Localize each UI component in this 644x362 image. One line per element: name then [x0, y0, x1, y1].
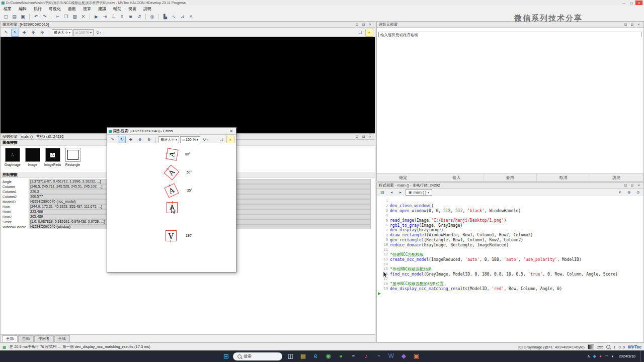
close-icon[interactable]: ✕ — [367, 23, 373, 27]
dingtalk-icon[interactable]: ◔ — [374, 350, 383, 362]
reset-icon[interactable]: ↺ — [135, 13, 143, 20]
menu-operators[interactable]: 運算 — [79, 6, 95, 12]
operator-button-4[interactable]: 說明 — [590, 174, 643, 181]
code-line-13[interactable]: 13create_ncc_model(ImageReduced, 'auto',… — [377, 257, 643, 262]
code-line-5[interactable]: 5read_image(Image,'C:/Users/henji/Deskto… — [377, 218, 643, 223]
zoom-select[interactable]: 100 % — [180, 136, 200, 143]
graphics-canvas[interactable] — [1, 37, 375, 133]
tray-expand-icon[interactable]: ∧ — [587, 354, 590, 358]
code-line-3[interactable]: 3dev_open_window(0, 0, 512, 512, 'black'… — [377, 208, 643, 213]
menu-assistants[interactable]: 輔助 — [110, 6, 125, 12]
nav-forward-icon[interactable]: ▸ — [396, 189, 405, 197]
settings-icon[interactable]: ⊙ — [634, 189, 642, 197]
taskbar-clock[interactable]: 2024/3/10 — [617, 354, 637, 358]
code-editor[interactable]: 12dev_close_window()3dev_open_window(0, … — [377, 196, 643, 342]
zoom-in-icon[interactable]: ⊕ — [29, 29, 37, 37]
iconic-var-imageredu[interactable]: AImageRedu — [44, 148, 61, 170]
variable-tab-0[interactable]: 全部 — [2, 335, 18, 342]
dock-icon[interactable]: ⊟ — [629, 23, 635, 27]
variable-tab-1[interactable]: 自動 — [18, 335, 34, 342]
close-icon[interactable]: ✕ — [636, 184, 641, 188]
float-icon[interactable]: ⊡ — [623, 23, 628, 27]
menu-visualization[interactable]: 可視化 — [45, 6, 64, 12]
operator-button-0[interactable]: 確定 — [377, 174, 430, 181]
save-icon[interactable]: ▣ — [19, 13, 27, 20]
search-icon[interactable]: ◎ — [148, 13, 156, 20]
zoom-out-icon[interactable]: ⊖ — [38, 29, 46, 37]
code-line-insert[interactable] — [377, 291, 643, 296]
minimize-button[interactable]: — — [620, 1, 627, 5]
menu-procedures[interactable]: 函數 — [64, 6, 79, 12]
code-line-4[interactable]: 4 — [377, 213, 643, 218]
profiler-icon[interactable]: ▙ — [162, 13, 169, 20]
pointer-icon[interactable]: ↖ — [11, 29, 19, 37]
compass-icon[interactable]: ↻ — [95, 29, 103, 37]
task-view-icon[interactable]: ◫ — [286, 350, 295, 362]
code-line-16[interactable]: 16find_ncc_model(GrayImage, ModelID, 0, … — [377, 272, 643, 277]
float-icon[interactable]: ⊡ — [354, 135, 360, 139]
code-line-2[interactable]: 2dev_close_window() — [377, 204, 643, 209]
code-line-7[interactable]: 7dev_display(GrayImage) — [377, 228, 643, 233]
dock-icon[interactable]: ⊟ — [361, 23, 366, 27]
nav-back-icon[interactable]: ◂ — [387, 189, 395, 197]
code-line-1[interactable]: 1 — [377, 199, 643, 204]
edge-icon[interactable]: e — [311, 350, 320, 362]
code-line-6[interactable]: 6rgb1_to_gray(Image, GrayImage) — [377, 223, 643, 228]
menu-window[interactable]: 視窗 — [125, 6, 140, 12]
iconic-var-image[interactable]: Image — [24, 148, 41, 170]
copy-icon[interactable]: ❐ — [62, 13, 70, 20]
menu-edit[interactable]: 編輯 — [15, 6, 30, 12]
show-desktop-button[interactable] — [640, 350, 642, 362]
close-icon[interactable]: ✕ — [636, 23, 641, 27]
procedure-list-icon[interactable]: ▤ — [378, 189, 386, 197]
code-line-9[interactable]: 9gen_rectangle1(Rectangle, Row1, Column1… — [377, 238, 643, 243]
start-button[interactable]: ⊞ — [223, 352, 229, 360]
qq-icon[interactable]: ◓ — [349, 350, 358, 362]
operator-button-2[interactable]: 套用 — [484, 174, 537, 181]
close-icon[interactable]: ✕ — [367, 135, 373, 139]
menu-file[interactable]: 檔案 — [0, 6, 15, 12]
code-line-10[interactable]: 10reduce_domain(GrayImage, Rectangle, Im… — [377, 242, 643, 247]
undo-icon[interactable]: ↶ — [32, 13, 40, 20]
code-line-12[interactable]: 12*创建NCC匹配模板 — [377, 252, 643, 257]
step-out-icon[interactable]: ⇧ — [118, 13, 126, 20]
float-icon[interactable]: ⊡ — [354, 23, 360, 27]
word-icon[interactable]: W — [387, 350, 395, 362]
open-file-icon[interactable]: ▤ — [11, 13, 18, 20]
tray-red-icon[interactable]: ● — [599, 354, 602, 358]
layers-icon[interactable]: ❏ — [356, 29, 364, 37]
variable-tab-3[interactable]: 全域 — [54, 335, 70, 342]
stop-icon[interactable]: ■ — [127, 13, 134, 20]
zoom-select[interactable]: 100 % — [73, 29, 94, 36]
dock-icon[interactable]: ⊟ — [629, 184, 635, 188]
menu-help[interactable]: 說明 — [140, 6, 155, 12]
network-icon[interactable]: ◠ — [605, 354, 608, 358]
iconic-var-rectangle[interactable]: Rectangle — [64, 148, 82, 170]
maximize-button[interactable]: ▢ — [628, 1, 635, 5]
step-over-icon[interactable]: ⇥ — [101, 13, 109, 20]
music-icon[interactable]: ♪ — [362, 350, 370, 362]
vs-icon[interactable]: ◆ — [399, 350, 408, 362]
chart-icon[interactable]: ∿ — [170, 13, 178, 20]
fit-size-select[interactable]: 最適大小 — [52, 29, 72, 36]
tray-blue-icon[interactable]: ◆ — [593, 354, 596, 358]
redo-icon[interactable]: ↷ — [41, 13, 48, 20]
font-icon[interactable]: A — [187, 13, 195, 20]
step-into-icon[interactable]: ⇩ — [110, 13, 117, 20]
code-line-8[interactable]: 8draw_rectangle1(WindowHandle, Row1, Col… — [377, 233, 643, 238]
fit-size-select[interactable]: 最適大小 — [158, 136, 179, 143]
file-explorer-icon[interactable]: ▤ — [299, 350, 307, 362]
pan-icon[interactable]: ✚ — [20, 29, 28, 37]
lightbulb-icon[interactable]: ● — [365, 29, 373, 37]
taskbar-search[interactable]: 搜索 — [233, 352, 282, 360]
run-icon[interactable]: ▶ — [93, 13, 100, 20]
draw-icon[interactable]: ✎ — [2, 29, 10, 37]
menu-execute[interactable]: 執行 — [30, 6, 45, 12]
chrome-icon[interactable]: ◉ — [324, 350, 333, 362]
delete-icon[interactable]: ✕ — [79, 13, 87, 20]
floating-window-titlebar[interactable]: 圖形視窗: [H3299C09C040] - Cross ✕ — [107, 128, 236, 135]
volume-icon[interactable]: ◖ — [611, 354, 614, 358]
menu-suggestions[interactable]: 建議 — [95, 6, 110, 12]
assistant-icon[interactable]: ⊿ — [179, 13, 186, 20]
iconic-var-grayimage[interactable]: AGrayImage — [4, 148, 21, 170]
